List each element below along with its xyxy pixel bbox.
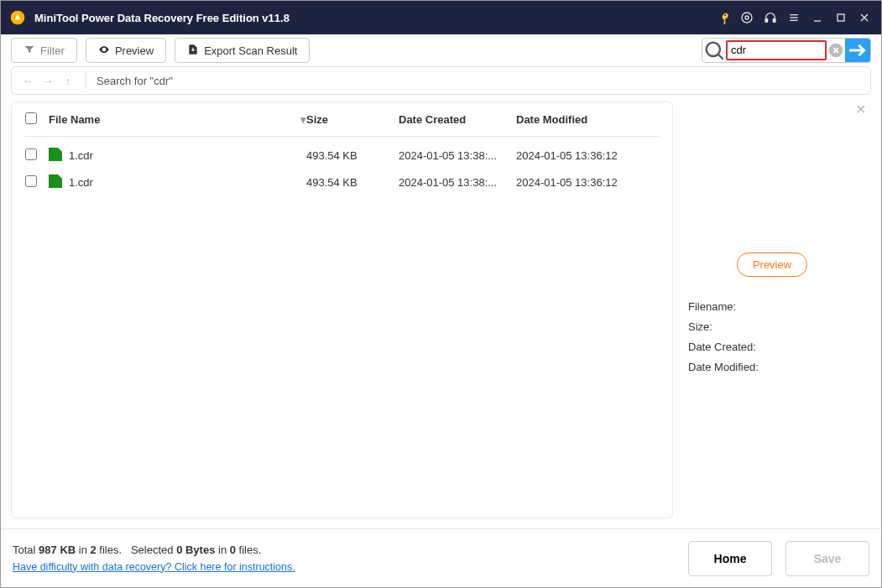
menu-icon[interactable] xyxy=(782,6,806,29)
maximize-icon[interactable] xyxy=(829,6,853,29)
preview-action-button[interactable]: Preview xyxy=(737,252,807,277)
export-button[interactable]: Export Scan Result xyxy=(175,38,310,63)
search-icon xyxy=(702,39,726,62)
table-row[interactable]: 1.cdr493.54 KB2024-01-05 13:38:...2024-0… xyxy=(25,142,659,169)
row-checkbox[interactable] xyxy=(25,148,37,160)
svg-rect-9 xyxy=(838,14,844,21)
file-name: 1.cdr xyxy=(65,176,306,189)
svg-rect-4 xyxy=(773,18,775,22)
home-button[interactable]: Home xyxy=(688,541,772,576)
file-created: 2024-01-05 13:38:... xyxy=(399,149,516,162)
file-size: 493.54 KB xyxy=(306,176,399,189)
filter-button[interactable]: Filter xyxy=(11,38,77,63)
file-modified: 2024-01-05 13:36:12 xyxy=(516,176,659,189)
file-created: 2024-01-05 13:38:... xyxy=(399,176,516,189)
disc-icon[interactable] xyxy=(735,6,759,29)
preview-button[interactable]: Preview xyxy=(86,38,166,63)
footer: Total 987 KB in 2 files. Selected 0 Byte… xyxy=(1,528,881,587)
svg-point-1 xyxy=(742,13,752,23)
svg-rect-3 xyxy=(765,18,768,22)
svg-line-13 xyxy=(718,55,723,60)
app-logo-icon xyxy=(9,9,26,26)
table-row[interactable]: 1.cdr493.54 KB2024-01-05 13:38:...2024-0… xyxy=(25,169,659,195)
breadcrumb-text: Search for "cdr" xyxy=(97,75,173,87)
stats-line: Total 987 KB in 2 files. Selected 0 Byte… xyxy=(13,542,295,559)
search-input[interactable] xyxy=(731,44,822,56)
key-icon[interactable] xyxy=(712,6,735,29)
col-name-label[interactable]: File Name xyxy=(49,113,100,126)
breadcrumb: ← → ↑ Search for "cdr" xyxy=(11,66,871,95)
col-size-label[interactable]: Size xyxy=(306,113,328,126)
close-icon[interactable] xyxy=(853,6,876,29)
preview-pane: ✕ Preview Filename: Size: Date Created: … xyxy=(673,101,871,518)
export-label: Export Scan Result xyxy=(204,44,297,57)
meta-modified-label: Date Modified: xyxy=(688,357,861,377)
meta-size-label: Size: xyxy=(688,317,861,337)
nav-forward-icon[interactable]: → xyxy=(40,75,55,87)
column-headers: File Name ▾ Size Date Created Date Modif… xyxy=(12,102,672,136)
main-area: File Name ▾ Size Date Created Date Modif… xyxy=(1,101,881,528)
file-name: 1.cdr xyxy=(65,149,306,162)
save-button[interactable]: Save xyxy=(785,541,869,576)
app-window: MiniTool Power Data Recovery Free Editio… xyxy=(0,0,882,588)
close-preview-icon[interactable]: ✕ xyxy=(855,101,866,117)
search-highlight xyxy=(726,40,827,60)
col-created-label[interactable]: Date Created xyxy=(399,113,466,126)
file-modified: 2024-01-05 13:36:12 xyxy=(516,149,659,162)
nav-up-icon[interactable]: ↑ xyxy=(60,75,76,87)
row-checkbox[interactable] xyxy=(25,175,37,187)
select-all-checkbox[interactable] xyxy=(25,112,37,124)
help-link[interactable]: Have difficulty with data recovery? Clic… xyxy=(13,561,295,573)
app-title: MiniTool Power Data Recovery Free Editio… xyxy=(34,12,290,24)
minimize-icon[interactable] xyxy=(806,6,829,29)
preview-label: Preview xyxy=(115,44,154,57)
file-list: File Name ▾ Size Date Created Date Modif… xyxy=(11,101,673,518)
sort-desc-icon[interactable]: ▾ xyxy=(300,113,306,126)
titlebar: MiniTool Power Data Recovery Free Editio… xyxy=(1,1,881,34)
svg-point-2 xyxy=(745,16,749,19)
clear-search-icon[interactable] xyxy=(827,41,845,60)
toolbar: Filter Preview Export Scan Result xyxy=(1,34,881,66)
svg-point-12 xyxy=(707,43,720,56)
file-icon xyxy=(49,148,62,161)
file-icon xyxy=(49,174,62,188)
search-go-button[interactable] xyxy=(845,38,870,63)
file-size: 493.54 KB xyxy=(306,149,399,162)
col-modified-label[interactable]: Date Modified xyxy=(516,113,587,126)
search-box xyxy=(702,38,871,63)
headphones-icon[interactable] xyxy=(759,6,782,29)
filter-label: Filter xyxy=(40,44,65,57)
meta-created-label: Date Created: xyxy=(688,337,861,357)
eye-icon xyxy=(98,44,110,58)
nav-back-icon[interactable]: ← xyxy=(20,75,35,87)
meta-filename-label: Filename: xyxy=(688,297,861,317)
export-icon xyxy=(187,44,199,58)
funnel-icon xyxy=(23,44,35,58)
